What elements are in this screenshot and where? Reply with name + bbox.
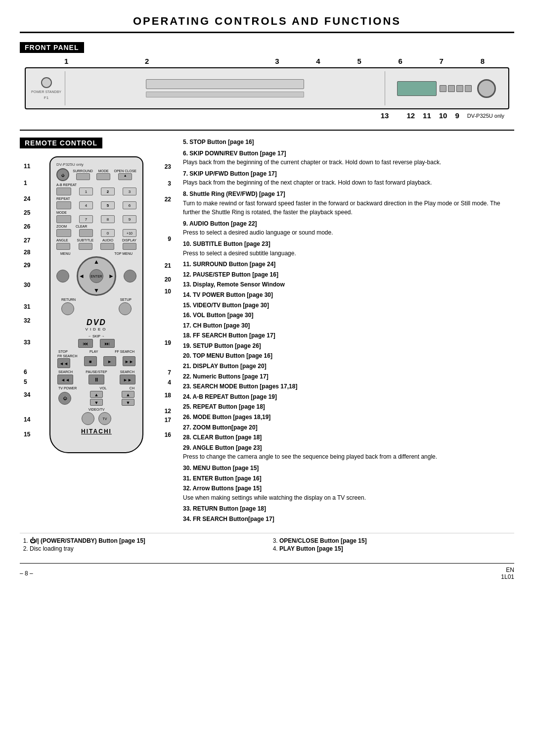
power-btn[interactable]: ⏻ xyxy=(56,168,69,181)
fp-num-10: 10 xyxy=(439,111,447,120)
nav-ring[interactable]: ▲ ▼ ◄ ► ENTER xyxy=(77,256,116,296)
item-26: 26. MODE Button [pages 18,19] xyxy=(183,413,514,422)
skip-fwd-btn[interactable]: ⏭ xyxy=(100,339,115,348)
vol-down-btn[interactable]: ▼ xyxy=(90,399,103,406)
tv-row: ⏻ ▲ ▼ ▲ ▼ xyxy=(56,391,136,406)
repeat-btn[interactable] xyxy=(56,201,71,209)
num-1-btn[interactable]: 1 xyxy=(79,188,93,195)
ff-search-btn[interactable]: ►► xyxy=(123,356,135,366)
num-3-btn[interactable]: 3 xyxy=(123,188,136,195)
videotv-btn[interactable] xyxy=(82,412,94,425)
callout-4: 4 xyxy=(168,379,171,386)
remote-row-top: ⏻ SURROUND MODE OPEN CLOSE ▲ xyxy=(56,168,136,181)
right-column: 5. STOP Button [page 16] 6. SKIP DOWN/RE… xyxy=(183,138,514,525)
asad-labels: ANGLESUBTITLEAUDIODISPLAY xyxy=(56,238,136,242)
stop-play-labels: STOPPLAYFF SEARCH xyxy=(56,350,136,353)
item-33: 33. RETURN Button [page 18] xyxy=(183,504,514,514)
num-row-1: 1 2 3 xyxy=(56,188,136,195)
item-9: 9. AUDIO Button [page 22] Press to selec… xyxy=(183,219,514,237)
transport-row: FR SEARCH ◄◄ ■ ► ►► xyxy=(56,354,136,368)
play-btn[interactable]: ► xyxy=(103,356,116,366)
item-20: 20. TOP MENU Button [page 16] xyxy=(183,351,514,361)
callout-11: 11 xyxy=(24,163,30,169)
callout-6: 6 xyxy=(24,369,27,375)
page-footer: – 8 – EN 1L01 xyxy=(20,563,514,580)
callout-32: 32 xyxy=(24,318,30,324)
fr-search2-btn[interactable]: ◄◄ xyxy=(57,375,73,384)
ab-repeat-btn[interactable] xyxy=(56,188,71,195)
top-menu-btn[interactable] xyxy=(124,270,136,283)
main-content: REMOTE CONTROL 11 1 24 25 26 27 28 29 30… xyxy=(20,138,514,525)
remote-dv-label: DV-P325U only xyxy=(56,162,136,167)
item-31: 31. ENTER Button [page 16] xyxy=(183,474,514,483)
audio-btn[interactable] xyxy=(100,243,114,250)
ch-down-btn[interactable]: ▼ xyxy=(122,399,134,406)
surround-btn[interactable] xyxy=(76,173,90,180)
clear-btn[interactable] xyxy=(79,229,93,237)
item-7: 7. SKIP UP/FWD Button [page 17] Plays ba… xyxy=(183,169,514,188)
return-btn[interactable] xyxy=(61,302,74,315)
num-5-btn[interactable]: 5 xyxy=(101,201,115,209)
item-24: 24. A-B REPEAT Button [page 19] xyxy=(183,392,514,402)
vol-up-btn[interactable]: ▲ xyxy=(90,391,103,398)
callout-19: 19 xyxy=(165,339,171,346)
num-row-2: 4 5 6 xyxy=(56,201,136,209)
version: 1L01 xyxy=(501,573,514,580)
search-label: SEARCHPAUSE/STEPSEARCH xyxy=(56,370,136,374)
num-7-btn[interactable]: 7 xyxy=(79,215,93,223)
nav-row: ▲ ▼ ◄ ► ENTER xyxy=(56,256,136,296)
asad-btns xyxy=(56,243,136,250)
display-btn[interactable] xyxy=(123,243,136,250)
bottom-item-1: ⏻/| (POWER/STANDBY) Button [page 15] xyxy=(30,537,265,544)
num-6-btn[interactable]: 6 xyxy=(123,201,136,209)
zoom-btn[interactable] xyxy=(56,229,71,237)
item-5: 5. STOP Button [page 16] xyxy=(183,138,514,147)
skip-back-btn[interactable]: ⏮ xyxy=(78,339,93,348)
setup-btn[interactable] xyxy=(119,302,132,315)
callout-7: 7 xyxy=(168,369,171,376)
nav-right-btn[interactable]: ► xyxy=(108,273,114,280)
num-2-btn[interactable]: 2 xyxy=(101,188,115,195)
dvd-video-sub: VIDEO xyxy=(56,327,136,331)
callout-22: 22 xyxy=(165,196,171,203)
subtitle-btn[interactable] xyxy=(79,243,92,250)
open-close-btn[interactable]: ▲ xyxy=(118,173,132,180)
callout-18: 18 xyxy=(165,392,171,399)
num-9-btn[interactable]: 9 xyxy=(123,215,136,223)
num-10-btn[interactable]: +10 xyxy=(123,229,136,237)
hitachi-logo: HITACHI xyxy=(56,428,136,435)
nav-left-btn[interactable]: ◄ xyxy=(79,273,85,280)
callout-25: 25 xyxy=(24,210,30,216)
tv-power-btn[interactable]: ⏻ xyxy=(58,392,71,405)
callout-10: 10 xyxy=(165,288,171,295)
fp-num-7: 7 xyxy=(440,57,444,65)
ff-search2-btn[interactable]: ►► xyxy=(120,375,135,384)
menu-btn[interactable] xyxy=(56,270,69,283)
callout-24: 24 xyxy=(24,196,30,202)
item-13: 13. Display, Remote Sensor Window xyxy=(183,280,514,289)
tv-label-btn[interactable]: TV xyxy=(98,412,111,425)
fp-num-8: 8 xyxy=(481,57,485,65)
nav-up-btn[interactable]: ▲ xyxy=(93,258,99,265)
callout-17: 17 xyxy=(165,417,171,424)
angle-btn[interactable] xyxy=(56,243,70,250)
nav-down-btn[interactable]: ▼ xyxy=(93,287,99,294)
skip-row: ⏮ ⏭ xyxy=(56,339,136,348)
mode-btn[interactable] xyxy=(96,173,110,180)
item-18: 18. FF SEARCH Button [page 17] xyxy=(183,331,514,340)
num-4-btn[interactable]: 4 xyxy=(79,201,93,209)
front-panel-section: FRONT PANEL 1 2 3 4 5 6 7 8 POWER STANDB… xyxy=(20,42,514,120)
enter-btn[interactable]: ENTER xyxy=(89,269,103,283)
bottom-item-3: OPEN/CLOSE Button [page 15] xyxy=(279,537,514,544)
ch-up-btn[interactable]: ▲ xyxy=(122,391,134,398)
front-panel-header: FRONT PANEL xyxy=(20,42,84,53)
pause-step-btn[interactable]: ⏸ xyxy=(89,375,104,384)
item-25: 25. REPEAT Button [page 18] xyxy=(183,402,514,412)
stop-btn[interactable]: ■ xyxy=(84,356,97,366)
num-8-btn[interactable]: 8 xyxy=(101,215,115,223)
num-0-btn[interactable]: 0 xyxy=(101,229,115,237)
open-close-label: OPEN CLOSE xyxy=(114,169,136,173)
fr-search-btn[interactable]: ◄◄ xyxy=(57,358,70,368)
mode-btn2[interactable] xyxy=(56,215,71,223)
return-setup-row xyxy=(56,302,136,315)
